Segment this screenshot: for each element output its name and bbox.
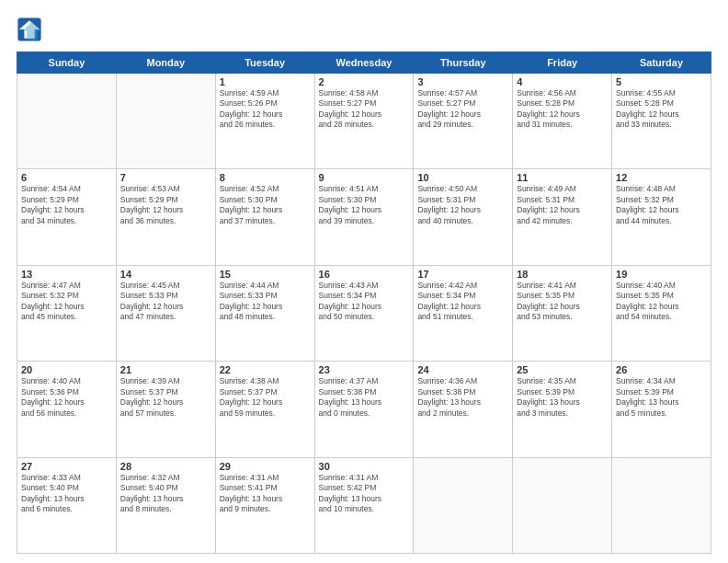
calendar-cell: 20Sunrise: 4:40 AM Sunset: 5:36 PM Dayli… — [17, 362, 117, 457]
calendar-cell: 23Sunrise: 4:37 AM Sunset: 5:38 PM Dayli… — [314, 362, 414, 457]
day-info: Sunrise: 4:58 AM Sunset: 5:27 PM Dayligh… — [319, 88, 410, 131]
day-info: Sunrise: 4:56 AM Sunset: 5:28 PM Dayligh… — [517, 88, 608, 131]
calendar-cell: 10Sunrise: 4:50 AM Sunset: 5:31 PM Dayli… — [414, 169, 513, 265]
day-info: Sunrise: 4:34 AM Sunset: 5:39 PM Dayligh… — [616, 376, 707, 419]
calendar-cell: 14Sunrise: 4:45 AM Sunset: 5:33 PM Dayli… — [116, 265, 215, 361]
col-header-monday: Monday — [116, 52, 215, 74]
day-info: Sunrise: 4:44 AM Sunset: 5:33 PM Dayligh… — [220, 281, 311, 323]
calendar-table: SundayMondayTuesdayWednesdayThursdayFrid… — [17, 52, 711, 554]
day-number: 28 — [120, 461, 211, 472]
col-header-friday: Friday — [513, 52, 612, 74]
day-info: Sunrise: 4:51 AM Sunset: 5:30 PM Dayligh… — [319, 184, 410, 226]
calendar-cell: 5Sunrise: 4:55 AM Sunset: 5:28 PM Daylig… — [612, 74, 711, 169]
calendar-cell: 8Sunrise: 4:52 AM Sunset: 5:30 PM Daylig… — [215, 169, 314, 265]
calendar-cell: 2Sunrise: 4:58 AM Sunset: 5:27 PM Daylig… — [314, 74, 414, 169]
calendar-cell: 7Sunrise: 4:53 AM Sunset: 5:29 PM Daylig… — [116, 169, 215, 265]
col-header-tuesday: Tuesday — [215, 52, 314, 74]
day-number: 15 — [220, 269, 311, 280]
col-header-saturday: Saturday — [612, 52, 711, 74]
calendar-cell: 26Sunrise: 4:34 AM Sunset: 5:39 PM Dayli… — [612, 362, 711, 457]
day-info: Sunrise: 4:45 AM Sunset: 5:33 PM Dayligh… — [120, 281, 211, 323]
day-number: 23 — [319, 364, 410, 375]
day-number: 8 — [220, 172, 311, 183]
day-info: Sunrise: 4:47 AM Sunset: 5:32 PM Dayligh… — [21, 281, 112, 323]
day-number: 9 — [319, 172, 410, 183]
day-number: 25 — [517, 364, 608, 375]
calendar-cell — [414, 457, 513, 553]
day-number: 27 — [21, 461, 112, 472]
day-number: 26 — [616, 364, 707, 375]
calendar-cell: 21Sunrise: 4:39 AM Sunset: 5:37 PM Dayli… — [116, 362, 215, 457]
calendar-cell: 24Sunrise: 4:36 AM Sunset: 5:38 PM Dayli… — [414, 362, 513, 457]
day-info: Sunrise: 4:35 AM Sunset: 5:39 PM Dayligh… — [517, 376, 608, 419]
calendar-cell — [612, 457, 711, 553]
week-row-1: 6Sunrise: 4:54 AM Sunset: 5:29 PM Daylig… — [17, 169, 711, 265]
day-number: 21 — [120, 364, 211, 375]
day-info: Sunrise: 4:40 AM Sunset: 5:36 PM Dayligh… — [21, 376, 112, 419]
day-number: 20 — [21, 364, 112, 375]
logo — [17, 17, 46, 42]
calendar-cell: 18Sunrise: 4:41 AM Sunset: 5:35 PM Dayli… — [513, 265, 612, 361]
calendar-cell — [116, 74, 215, 169]
calendar-cell: 1Sunrise: 4:59 AM Sunset: 5:26 PM Daylig… — [215, 74, 314, 169]
col-header-thursday: Thursday — [414, 52, 513, 74]
day-info: Sunrise: 4:53 AM Sunset: 5:29 PM Dayligh… — [120, 184, 211, 226]
day-info: Sunrise: 4:54 AM Sunset: 5:29 PM Dayligh… — [21, 184, 112, 226]
day-info: Sunrise: 4:52 AM Sunset: 5:30 PM Dayligh… — [220, 184, 311, 226]
calendar-cell: 12Sunrise: 4:48 AM Sunset: 5:32 PM Dayli… — [612, 169, 711, 265]
day-number: 3 — [417, 76, 508, 87]
day-number: 22 — [220, 364, 311, 375]
logo-icon — [17, 17, 42, 42]
calendar-cell: 13Sunrise: 4:47 AM Sunset: 5:32 PM Dayli… — [17, 265, 117, 361]
day-number: 12 — [616, 172, 707, 183]
day-info: Sunrise: 4:33 AM Sunset: 5:40 PM Dayligh… — [21, 473, 112, 515]
calendar-cell: 29Sunrise: 4:31 AM Sunset: 5:41 PM Dayli… — [215, 457, 314, 553]
day-info: Sunrise: 4:57 AM Sunset: 5:27 PM Dayligh… — [417, 88, 508, 131]
calendar-cell — [17, 74, 117, 169]
day-number: 6 — [21, 172, 112, 183]
day-number: 24 — [417, 364, 508, 375]
calendar-cell: 3Sunrise: 4:57 AM Sunset: 5:27 PM Daylig… — [414, 74, 513, 169]
calendar-cell — [513, 457, 612, 553]
calendar-cell: 9Sunrise: 4:51 AM Sunset: 5:30 PM Daylig… — [314, 169, 414, 265]
calendar-cell: 6Sunrise: 4:54 AM Sunset: 5:29 PM Daylig… — [17, 169, 117, 265]
calendar-cell: 15Sunrise: 4:44 AM Sunset: 5:33 PM Dayli… — [215, 265, 314, 361]
day-info: Sunrise: 4:42 AM Sunset: 5:34 PM Dayligh… — [417, 281, 508, 323]
day-info: Sunrise: 4:49 AM Sunset: 5:31 PM Dayligh… — [517, 184, 608, 226]
calendar-cell: 11Sunrise: 4:49 AM Sunset: 5:31 PM Dayli… — [513, 169, 612, 265]
day-number: 13 — [21, 269, 112, 280]
page: SundayMondayTuesdayWednesdayThursdayFrid… — [0, 0, 728, 563]
week-row-3: 20Sunrise: 4:40 AM Sunset: 5:36 PM Dayli… — [17, 362, 711, 457]
day-number: 7 — [120, 172, 211, 183]
day-info: Sunrise: 4:39 AM Sunset: 5:37 PM Dayligh… — [120, 376, 211, 419]
day-info: Sunrise: 4:59 AM Sunset: 5:26 PM Dayligh… — [220, 88, 311, 131]
day-number: 11 — [517, 172, 608, 183]
day-info: Sunrise: 4:37 AM Sunset: 5:38 PM Dayligh… — [319, 376, 410, 419]
header-row: SundayMondayTuesdayWednesdayThursdayFrid… — [17, 52, 711, 74]
day-info: Sunrise: 4:31 AM Sunset: 5:41 PM Dayligh… — [220, 473, 311, 515]
week-row-4: 27Sunrise: 4:33 AM Sunset: 5:40 PM Dayli… — [17, 457, 711, 553]
day-number: 14 — [120, 269, 211, 280]
day-number: 17 — [417, 269, 508, 280]
col-header-sunday: Sunday — [17, 52, 117, 74]
calendar-cell: 30Sunrise: 4:31 AM Sunset: 5:42 PM Dayli… — [314, 457, 414, 553]
day-number: 30 — [319, 461, 410, 472]
calendar-cell: 4Sunrise: 4:56 AM Sunset: 5:28 PM Daylig… — [513, 74, 612, 169]
calendar-cell: 27Sunrise: 4:33 AM Sunset: 5:40 PM Dayli… — [17, 457, 117, 553]
week-row-0: 1Sunrise: 4:59 AM Sunset: 5:26 PM Daylig… — [17, 74, 711, 169]
calendar-cell: 17Sunrise: 4:42 AM Sunset: 5:34 PM Dayli… — [414, 265, 513, 361]
day-number: 2 — [319, 76, 410, 87]
day-number: 1 — [220, 76, 311, 87]
calendar-cell: 28Sunrise: 4:32 AM Sunset: 5:40 PM Dayli… — [116, 457, 215, 553]
day-info: Sunrise: 4:40 AM Sunset: 5:35 PM Dayligh… — [616, 281, 707, 323]
day-number: 16 — [319, 269, 410, 280]
col-header-wednesday: Wednesday — [314, 52, 414, 74]
day-info: Sunrise: 4:43 AM Sunset: 5:34 PM Dayligh… — [319, 281, 410, 323]
day-info: Sunrise: 4:48 AM Sunset: 5:32 PM Dayligh… — [616, 184, 707, 226]
day-info: Sunrise: 4:32 AM Sunset: 5:40 PM Dayligh… — [120, 473, 211, 515]
day-number: 19 — [616, 269, 707, 280]
day-info: Sunrise: 4:38 AM Sunset: 5:37 PM Dayligh… — [220, 376, 311, 419]
day-info: Sunrise: 4:41 AM Sunset: 5:35 PM Dayligh… — [517, 281, 608, 323]
day-info: Sunrise: 4:50 AM Sunset: 5:31 PM Dayligh… — [417, 184, 508, 226]
header — [17, 17, 711, 42]
